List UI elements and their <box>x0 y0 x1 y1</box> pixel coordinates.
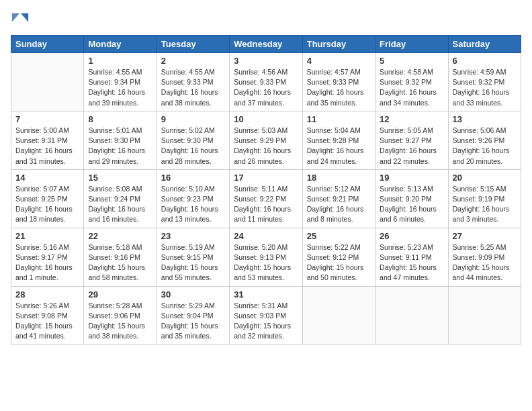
sunset-label: Sunset: 9:09 PM <box>453 253 505 261</box>
logo <box>11 11 31 30</box>
cell-content: Sunrise: 5:07 AM Sunset: 9:25 PM Dayligh… <box>15 184 79 225</box>
sunset-label: Sunset: 9:17 PM <box>15 253 68 261</box>
daylight-label: Daylight: 15 hours and 47 minutes. <box>380 263 437 281</box>
sunset-label: Sunset: 9:29 PM <box>234 136 286 144</box>
sunset-label: Sunset: 9:08 PM <box>15 312 68 320</box>
daylight-label: Daylight: 15 hours and 38 minutes. <box>88 322 145 340</box>
calendar-body: 1 Sunrise: 4:55 AM Sunset: 9:34 PM Dayli… <box>11 53 521 345</box>
calendar-cell <box>11 53 84 111</box>
sunset-label: Sunset: 9:33 PM <box>234 78 286 86</box>
day-number: 5 <box>380 56 443 66</box>
day-number: 23 <box>161 231 225 241</box>
day-number: 31 <box>234 289 298 300</box>
day-number: 18 <box>307 173 371 183</box>
cell-content: Sunrise: 4:55 AM Sunset: 9:33 PM Dayligh… <box>161 67 225 108</box>
sunrise-label: Sunrise: 5:00 AM <box>15 126 69 134</box>
calendar-cell: 30 Sunrise: 5:29 AM Sunset: 9:04 PM Dayl… <box>157 286 229 345</box>
day-number: 8 <box>88 114 152 124</box>
calendar-cell: 26 Sunrise: 5:23 AM Sunset: 9:11 PM Dayl… <box>375 228 448 286</box>
sunrise-label: Sunrise: 5:05 AM <box>380 126 433 134</box>
day-number: 1 <box>88 56 152 66</box>
day-header-tuesday: Tuesday <box>157 36 229 53</box>
cell-content: Sunrise: 5:01 AM Sunset: 9:30 PM Dayligh… <box>88 126 152 167</box>
sunrise-label: Sunrise: 5:11 AM <box>234 185 287 193</box>
day-number: 9 <box>161 114 225 124</box>
day-number: 21 <box>15 231 79 241</box>
sunrise-label: Sunrise: 5:02 AM <box>161 126 215 134</box>
logo-icon <box>11 11 30 30</box>
sunset-label: Sunset: 9:26 PM <box>453 136 505 144</box>
calendar-cell: 20 Sunrise: 5:15 AM Sunset: 9:19 PM Dayl… <box>448 169 521 228</box>
daylight-label: Daylight: 16 hours and 35 minutes. <box>307 88 364 106</box>
sunrise-label: Sunrise: 4:58 AM <box>380 68 433 76</box>
sunset-label: Sunset: 9:24 PM <box>88 195 140 203</box>
daylight-label: Daylight: 15 hours and 41 minutes. <box>15 322 73 340</box>
sunrise-label: Sunrise: 5:19 AM <box>161 243 215 251</box>
sunset-label: Sunset: 9:15 PM <box>161 253 214 261</box>
day-number: 13 <box>453 114 517 124</box>
daylight-label: Daylight: 16 hours and 28 minutes. <box>161 146 218 165</box>
sunset-label: Sunset: 9:11 PM <box>380 253 432 261</box>
sunrise-label: Sunrise: 4:57 AM <box>307 68 361 76</box>
sunset-label: Sunset: 9:23 PM <box>161 195 214 203</box>
daylight-label: Daylight: 16 hours and 39 minutes. <box>88 88 145 106</box>
sunset-label: Sunset: 9:27 PM <box>380 136 432 144</box>
sunset-label: Sunset: 9:31 PM <box>15 136 68 144</box>
daylight-label: Daylight: 16 hours and 6 minutes. <box>380 205 437 223</box>
daylight-label: Daylight: 16 hours and 24 minutes. <box>307 146 364 165</box>
calendar-cell: 1 Sunrise: 4:55 AM Sunset: 9:34 PM Dayli… <box>84 53 157 111</box>
cell-content: Sunrise: 4:59 AM Sunset: 9:32 PM Dayligh… <box>453 67 517 108</box>
day-header-friday: Friday <box>375 36 448 53</box>
daylight-label: Daylight: 15 hours and 58 minutes. <box>88 263 145 281</box>
sunset-label: Sunset: 9:12 PM <box>307 253 359 261</box>
sunrise-label: Sunrise: 5:15 AM <box>453 185 506 193</box>
day-number: 24 <box>234 231 298 241</box>
calendar-cell: 8 Sunrise: 5:01 AM Sunset: 9:30 PM Dayli… <box>84 111 157 169</box>
day-number: 2 <box>161 56 225 66</box>
daylight-label: Daylight: 15 hours and 35 minutes. <box>161 322 218 340</box>
sunrise-label: Sunrise: 5:23 AM <box>380 243 433 251</box>
calendar-cell: 16 Sunrise: 5:10 AM Sunset: 9:23 PM Dayl… <box>157 169 229 228</box>
cell-content: Sunrise: 5:23 AM Sunset: 9:11 PM Dayligh… <box>380 242 443 283</box>
sunset-label: Sunset: 9:33 PM <box>161 78 214 86</box>
sunset-label: Sunset: 9:04 PM <box>161 312 214 320</box>
cell-content: Sunrise: 5:11 AM Sunset: 9:22 PM Dayligh… <box>234 184 298 225</box>
sunset-label: Sunset: 9:16 PM <box>88 253 140 261</box>
sunset-label: Sunset: 9:20 PM <box>380 195 432 203</box>
calendar-cell: 9 Sunrise: 5:02 AM Sunset: 9:30 PM Dayli… <box>157 111 229 169</box>
calendar-cell: 28 Sunrise: 5:26 AM Sunset: 9:08 PM Dayl… <box>11 286 84 345</box>
cell-content: Sunrise: 5:00 AM Sunset: 9:31 PM Dayligh… <box>15 126 79 167</box>
cell-content: Sunrise: 5:08 AM Sunset: 9:24 PM Dayligh… <box>88 184 152 225</box>
day-number: 15 <box>88 173 152 183</box>
sunset-label: Sunset: 9:30 PM <box>88 136 140 144</box>
daylight-label: Daylight: 16 hours and 33 minutes. <box>453 88 510 106</box>
daylight-label: Daylight: 16 hours and 20 minutes. <box>453 146 510 165</box>
cell-content: Sunrise: 5:20 AM Sunset: 9:13 PM Dayligh… <box>234 242 298 283</box>
sunrise-label: Sunrise: 5:18 AM <box>88 243 142 251</box>
calendar-cell <box>448 286 521 345</box>
cell-content: Sunrise: 5:12 AM Sunset: 9:21 PM Dayligh… <box>307 184 371 225</box>
sunrise-label: Sunrise: 5:10 AM <box>161 185 215 193</box>
cell-content: Sunrise: 5:28 AM Sunset: 9:06 PM Dayligh… <box>88 301 152 342</box>
cell-content: Sunrise: 5:10 AM Sunset: 9:23 PM Dayligh… <box>161 184 225 225</box>
day-number: 16 <box>161 173 225 183</box>
day-number: 11 <box>307 114 371 124</box>
calendar-cell: 15 Sunrise: 5:08 AM Sunset: 9:24 PM Dayl… <box>84 169 157 228</box>
daylight-label: Daylight: 16 hours and 29 minutes. <box>88 146 145 165</box>
cell-content: Sunrise: 5:29 AM Sunset: 9:04 PM Dayligh… <box>161 301 225 342</box>
week-row-2: 7 Sunrise: 5:00 AM Sunset: 9:31 PM Dayli… <box>11 111 521 169</box>
day-number: 28 <box>15 289 79 300</box>
sunrise-label: Sunrise: 5:16 AM <box>15 243 69 251</box>
sunrise-label: Sunrise: 5:08 AM <box>88 185 142 193</box>
sunset-label: Sunset: 9:30 PM <box>161 136 214 144</box>
sunrise-label: Sunrise: 5:03 AM <box>234 126 287 134</box>
calendar-cell: 14 Sunrise: 5:07 AM Sunset: 9:25 PM Dayl… <box>11 169 84 228</box>
daylight-label: Daylight: 15 hours and 32 minutes. <box>234 322 291 340</box>
daylight-label: Daylight: 15 hours and 53 minutes. <box>234 263 291 281</box>
daylight-label: Daylight: 16 hours and 16 minutes. <box>88 205 145 223</box>
daylight-label: Daylight: 16 hours and 31 minutes. <box>15 146 73 165</box>
calendar-cell: 21 Sunrise: 5:16 AM Sunset: 9:17 PM Dayl… <box>11 228 84 286</box>
daylight-label: Daylight: 16 hours and 8 minutes. <box>307 205 364 223</box>
sunrise-label: Sunrise: 5:25 AM <box>453 243 506 251</box>
cell-content: Sunrise: 4:58 AM Sunset: 9:32 PM Dayligh… <box>380 67 443 108</box>
